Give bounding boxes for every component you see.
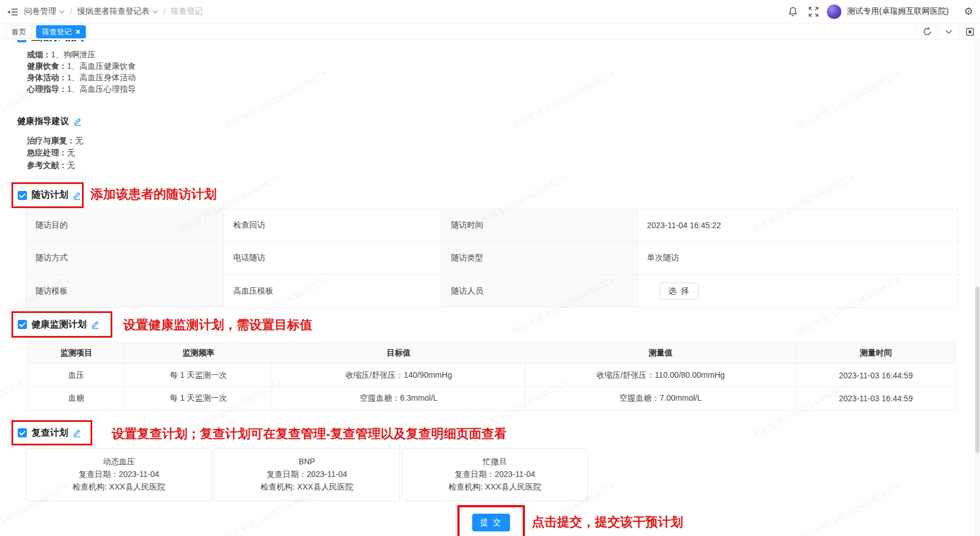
followup-plan-table: 随访目的 检查回访 随访时间 2023-11-04 16:45:22 随访方式 … [26,209,958,308]
review-item-date: 复查日期：2023-11-04 [26,468,211,480]
table-row: 随访方式 电话随访 随访类型 单次随访 [26,242,958,275]
watermark-text: 测试专用 146332406604274 [795,68,903,133]
advice-value: 无 [75,136,83,145]
advice-value: 无 [67,148,75,157]
followup-label-cell: 随访模板 [26,275,224,307]
followup-label-cell: 随访目的 [26,209,224,241]
followup-value-cell: 电话随访 [224,242,442,274]
tab-screening-register[interactable]: 筛查登记 [36,25,86,38]
table-cell: 每 1 天监测一次 [125,364,273,387]
breadcrumb-separator: / [163,7,166,16]
breadcrumb-separator: / [70,7,72,16]
edit-pencil-icon[interactable] [73,428,81,437]
tab-home[interactable]: 首页 [6,25,32,38]
checkbox-checked[interactable] [17,40,26,42]
user-name[interactable]: 测试专用(卓瑞姆互联网医院) [847,6,948,17]
table-cell: 每 1 天监测一次 [125,387,273,410]
advice-label: 急症处理： [27,148,67,157]
notification-bell-icon[interactable] [787,6,799,18]
chevron-down-icon[interactable] [938,24,959,40]
column-header: 目标值 [272,342,525,364]
refresh-icon[interactable] [916,24,938,40]
review-card: BNP 复查日期：2023-11-04 检查机构: XXX县人民医院 [214,448,400,501]
guidance-item: 心理指导：1、高血压心理指导 [27,83,136,95]
guidance-label: 健康饮食： [27,61,67,71]
column-header: 测量值 [526,342,796,364]
followup-label-cell: 随访时间 [442,209,638,241]
column-header: 监测项目 [28,342,125,364]
monitoring-plan-checkbox[interactable] [18,320,27,329]
watermark-text: 测试专用 146332406604274 [508,68,616,133]
breadcrumb-item-questionnaire[interactable]: 问卷管理 [24,6,65,17]
review-plan-checkbox[interactable] [18,428,27,437]
guidance-value: 1、高血压健康饮食 [67,61,136,71]
submit-button-highlight: 提 交 [457,505,525,536]
followup-value-cell: 单次随访 [638,242,958,274]
breadcrumb-item-screening-form[interactable]: 慢病患者筛查登记表 [77,6,158,17]
vertical-scrollbar-thumb[interactable] [975,287,979,453]
table-cell: 血压 [28,364,125,387]
edit-pencil-icon[interactable] [73,191,81,200]
health-advice-heading: 健康指导建议 [17,116,82,127]
menu-fold-icon[interactable] [7,6,18,18]
guidance-label: 心理指导： [27,84,67,93]
monitoring-plan-header-highlight: 健康监测计划 [11,311,112,338]
advice-item: 急症处理：无 [27,147,75,158]
edit-pencil-icon[interactable] [73,117,82,126]
review-plan-header-highlight: 复查计划 [11,420,92,445]
review-item-org: 检查机构: XXX县人民医院 [26,480,211,493]
advice-label: 治疗与康复： [27,136,75,145]
table-row: 血压 每 1 天监测一次 收缩压/舒张压：140/90mmHg 收缩压/舒张压：… [28,364,955,387]
watermark-text: 测试专用 146332406604274 [795,481,903,536]
advice-item: 参考文献：无 [27,159,75,171]
review-annotation: 设置复查计划；复查计划可在复查管理-复查管理以及复查明细页面查看 [112,425,507,443]
table-row: 随访模板 高血压模板 随访人员 选 择 [26,275,958,307]
followup-label-cell: 随访类型 [442,242,638,274]
table-row: 血糖 每 1 天监测一次 空腹血糖：6.3mmol/L 空腹血糖：7.00mmo… [28,387,955,410]
breadcrumb: 问卷管理 / 慢病患者筛查登记表 / 筛查登记 [24,0,203,23]
chevron-down-icon [59,10,65,14]
tab-label: 筛查登记 [42,27,72,37]
guidance-label: 戒烟： [27,50,51,59]
submit-button[interactable]: 提 交 [472,514,510,531]
table-row: 随访目的 检查回访 随访时间 2023-11-04 16:45:22 [26,209,958,242]
followup-value-cell: 高血压模板 [224,275,442,307]
table-cell: 血糖 [28,387,125,410]
close-icon[interactable] [75,29,80,34]
tab-label: 首页 [11,27,26,37]
guidance-label: 身体活动： [27,73,67,82]
screening-register-content: 生活方式指导 戒烟：1、狗啊泄压 健康饮食：1、高血压健康饮食 身体活动：1、高… [0,40,980,536]
submit-annotation: 点击提交，提交该干预计划 [532,514,683,531]
fullscreen-icon[interactable] [808,6,820,18]
monitoring-plan-title: 健康监测计划 [32,319,87,331]
followup-value-cell: 2023-11-04 16:45:22 [638,209,958,241]
review-item-name: 忙撒旦 [402,455,587,468]
top-header-bar: 问卷管理 / 慢病患者筛查登记表 / 筛查登记 测试专用(卓瑞姆互联网医院) ⚙ [0,0,980,24]
clipped-section-heading: 生活方式指导 [17,40,115,44]
guidance-value: 1、高血压身体活动 [67,73,136,82]
followup-annotation: 添加该患者的随访计划 [91,186,217,203]
review-item-org: 检查机构: XXX县人民医院 [214,480,399,493]
edit-pencil-icon[interactable] [91,320,100,329]
section-title: 生活方式指导 [31,40,86,44]
review-item-name: BNP [214,455,399,468]
review-item-date: 复查日期：2023-11-04 [402,468,587,480]
guidance-item: 身体活动：1、高血压身体活动 [27,72,136,83]
table-cell: 空腹血糖：7.00mmol/L [526,387,796,410]
maximize-frame-icon[interactable] [959,24,980,40]
settings-gear-icon[interactable]: ⚙ [964,5,973,18]
user-avatar[interactable] [826,4,842,19]
review-plan-title: 复查计划 [32,427,68,439]
vertical-scrollbar-track [975,40,980,536]
guidance-value: 1、狗啊泄压 [51,50,96,59]
review-item-org: 检查机构: XXX县人民医院 [402,480,587,493]
review-item-name: 动态血压 [26,455,211,468]
followup-plan-title: 随访计划 [32,189,68,201]
table-cell: 收缩压/舒张压：110.00/80.00mmHg [526,364,796,387]
column-header: 测量时间 [796,342,955,364]
advice-label: 参考文献： [27,161,67,170]
advice-item: 治疗与康复：无 [27,135,83,146]
select-personnel-button[interactable]: 选 择 [660,283,699,300]
monitoring-plan-table: 监测项目 监测频率 目标值 测量值 测量时间 血压 每 1 天监测一次 收缩压/… [28,342,956,410]
followup-plan-checkbox[interactable] [18,191,27,200]
